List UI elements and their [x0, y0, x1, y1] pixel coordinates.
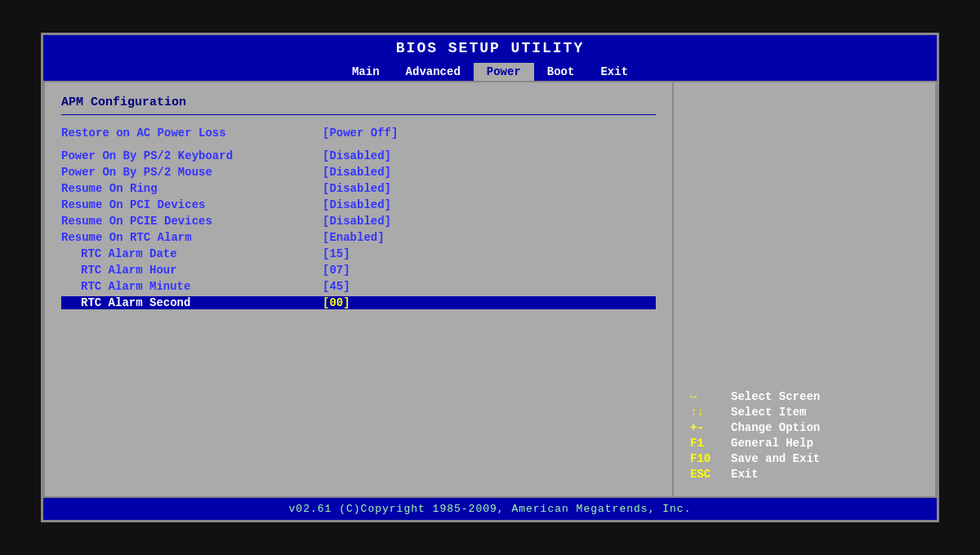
label-rtc-minute: RTC Alarm Minute	[61, 280, 323, 293]
bios-screen: BIOS SETUP UTILITY Main Advanced Power B…	[41, 33, 939, 522]
value-resume-ring: [Disabled]	[323, 182, 391, 195]
help-row-screen: ↔ Select Screen	[690, 390, 919, 403]
value-resume-pci: [Disabled]	[323, 198, 391, 211]
help-key-arrows: ↔	[690, 390, 731, 403]
footer-text: v02.61 (C)Copyright 1985-2009, American …	[289, 503, 692, 515]
value-resume-rtc: [Enabled]	[323, 231, 385, 244]
label-resume-ring: Resume On Ring	[61, 182, 323, 195]
help-desc-f1: General Help	[731, 437, 813, 450]
help-key-plusminus: +-	[690, 421, 731, 434]
help-desc-f10: Save and Exit	[731, 452, 820, 465]
content-area: APM Configuration Restore on AC Power Lo…	[43, 81, 937, 498]
spacer-1	[61, 143, 656, 149]
help-row-option: +- Change Option	[690, 421, 919, 434]
help-key-f1: F1	[690, 437, 731, 450]
tab-main[interactable]: Main	[339, 63, 393, 81]
help-desc-screen: Select Screen	[731, 390, 820, 403]
help-key-f10: F10	[690, 452, 731, 465]
help-row-item: ↑↓ Select Item	[690, 406, 919, 419]
value-ps2-mouse: [Disabled]	[323, 166, 391, 179]
value-rtc-second: [00]	[323, 296, 350, 309]
menu-item-resume-pcie[interactable]: Resume On PCIE Devices [Disabled]	[61, 215, 656, 228]
tab-exit[interactable]: Exit	[587, 63, 641, 81]
menu-item-rtc-date[interactable]: RTC Alarm Date [15]	[61, 247, 656, 260]
help-desc-item: Select Item	[731, 406, 806, 419]
value-rtc-date: [15]	[323, 247, 350, 260]
tab-bar: Main Advanced Power Boot Exit	[43, 61, 937, 81]
right-panel: ↔ Select Screen ↑↓ Select Item +- Change…	[674, 82, 935, 496]
menu-item-rtc-hour[interactable]: RTC Alarm Hour [07]	[61, 264, 656, 277]
help-row-esc: ESC Exit	[690, 468, 919, 481]
label-ps2-keyboard: Power On By PS/2 Keyboard	[61, 149, 323, 162]
label-resume-pci: Resume On PCI Devices	[61, 198, 323, 211]
menu-item-ps2-keyboard[interactable]: Power On By PS/2 Keyboard [Disabled]	[61, 149, 656, 162]
menu-item-resume-pci[interactable]: Resume On PCI Devices [Disabled]	[61, 198, 656, 211]
help-desc-option: Change Option	[731, 421, 820, 434]
label-rtc-date: RTC Alarm Date	[61, 247, 323, 260]
footer-bar: v02.61 (C)Copyright 1985-2009, American …	[43, 498, 937, 520]
help-key-esc: ESC	[690, 468, 731, 481]
label-ps2-mouse: Power On By PS/2 Mouse	[61, 166, 323, 179]
tab-advanced[interactable]: Advanced	[393, 63, 474, 81]
help-section: ↔ Select Screen ↑↓ Select Item +- Change…	[690, 390, 919, 483]
tab-boot[interactable]: Boot	[534, 63, 588, 81]
title-bar: BIOS SETUP UTILITY	[43, 35, 937, 61]
left-panel: APM Configuration Restore on AC Power Lo…	[45, 82, 674, 496]
help-desc-esc: Exit	[731, 468, 759, 481]
label-restore-ac: Restore on AC Power Loss	[61, 127, 323, 140]
section-divider	[61, 114, 656, 115]
value-restore-ac: [Power Off]	[323, 127, 398, 140]
help-row-f1: F1 General Help	[690, 437, 919, 450]
menu-item-resume-ring[interactable]: Resume On Ring [Disabled]	[61, 182, 656, 195]
help-key-updown: ↑↓	[690, 406, 731, 419]
label-resume-rtc: Resume On RTC Alarm	[61, 231, 323, 244]
value-rtc-minute: [45]	[323, 280, 350, 293]
label-rtc-hour: RTC Alarm Hour	[61, 264, 323, 277]
menu-item-rtc-second[interactable]: RTC Alarm Second [00]	[61, 296, 656, 309]
label-resume-pcie: Resume On PCIE Devices	[61, 215, 323, 228]
menu-item-restore-ac[interactable]: Restore on AC Power Loss [Power Off]	[61, 127, 656, 140]
menu-item-ps2-mouse[interactable]: Power On By PS/2 Mouse [Disabled]	[61, 166, 656, 179]
menu-item-rtc-minute[interactable]: RTC Alarm Minute [45]	[61, 280, 656, 293]
tab-power[interactable]: Power	[474, 63, 534, 81]
value-resume-pcie: [Disabled]	[323, 215, 391, 228]
bios-title: BIOS SETUP UTILITY	[396, 40, 584, 56]
label-rtc-second: RTC Alarm Second	[61, 296, 323, 309]
menu-item-resume-rtc[interactable]: Resume On RTC Alarm [Enabled]	[61, 231, 656, 244]
help-row-f10: F10 Save and Exit	[690, 452, 919, 465]
value-ps2-keyboard: [Disabled]	[323, 149, 391, 162]
value-rtc-hour: [07]	[323, 264, 350, 277]
section-title: APM Configuration	[61, 95, 656, 109]
